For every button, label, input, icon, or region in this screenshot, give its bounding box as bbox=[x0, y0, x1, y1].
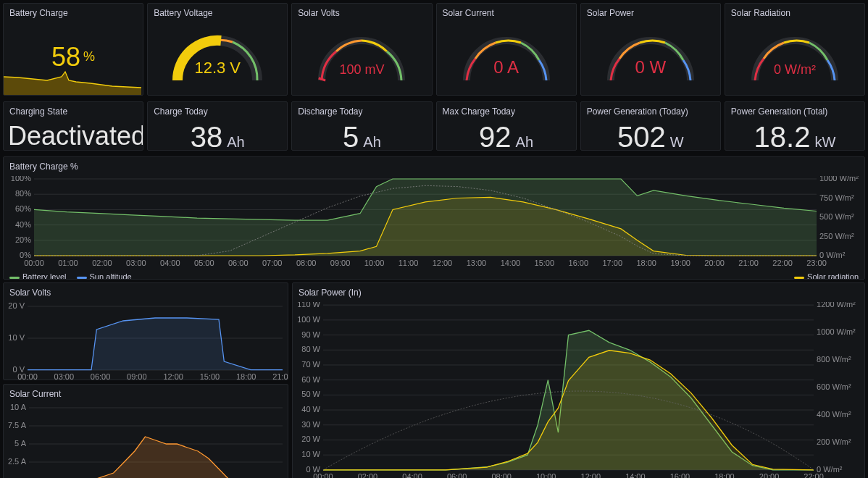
svg-text:02:00: 02:00 bbox=[92, 259, 112, 267]
svg-text:70 W: 70 W bbox=[301, 360, 320, 369]
svg-text:30 W: 30 W bbox=[301, 420, 320, 429]
svg-text:06:00: 06:00 bbox=[228, 259, 249, 267]
stat-value: 502 bbox=[617, 121, 666, 151]
panel-battery-voltage[interactable]: Battery Voltage 12.3 V bbox=[147, 3, 288, 96]
panel-battery-chart[interactable]: Battery Charge % 100%80%60%40%20%0%1000 … bbox=[3, 156, 865, 280]
svg-text:08:00: 08:00 bbox=[491, 472, 511, 478]
svg-text:110 W: 110 W bbox=[297, 302, 320, 309]
svg-text:80%: 80% bbox=[15, 189, 31, 198]
svg-text:21:00: 21:00 bbox=[738, 259, 759, 267]
panel-solar-volts-chart[interactable]: Solar Volts 20 V10 V0 V00:0003:0006:0009… bbox=[3, 282, 288, 380]
solar-power-value: 0 W bbox=[581, 57, 720, 77]
panel-title: Power Generation (Total) bbox=[725, 102, 864, 121]
panel-max-charge-today[interactable]: Max Charge Today 92Ah bbox=[436, 101, 577, 151]
gauge-arc bbox=[596, 22, 705, 88]
svg-text:22:00: 22:00 bbox=[772, 259, 793, 267]
panel-title: Battery Charge % bbox=[4, 157, 864, 176]
svg-text:22:00: 22:00 bbox=[804, 472, 823, 478]
svg-text:05:00: 05:00 bbox=[194, 259, 214, 267]
svg-text:60%: 60% bbox=[15, 204, 31, 213]
svg-text:12:00: 12:00 bbox=[433, 259, 453, 267]
svg-text:06:00: 06:00 bbox=[447, 472, 467, 478]
svg-text:13:00: 13:00 bbox=[467, 259, 487, 267]
svg-text:500 W/m²: 500 W/m² bbox=[819, 212, 854, 221]
panel-title: Max Charge Today bbox=[437, 102, 576, 121]
svg-text:18:00: 18:00 bbox=[714, 472, 734, 478]
svg-text:03:00: 03:00 bbox=[126, 259, 146, 267]
gauge-arc bbox=[163, 22, 272, 88]
svg-text:2.5 A: 2.5 A bbox=[8, 457, 27, 466]
panel-solar-power-chart[interactable]: Solar Power (In) 110 W100 W90 W80 W70 W6… bbox=[292, 282, 865, 478]
panel-power-gen-today[interactable]: Power Generation (Today) 502W bbox=[580, 101, 721, 151]
panel-battery-charge[interactable]: Battery Charge 58 % bbox=[3, 3, 143, 96]
svg-text:1000 W/m²: 1000 W/m² bbox=[817, 327, 856, 336]
svg-text:100%: 100% bbox=[11, 176, 31, 183]
svg-text:02:00: 02:00 bbox=[358, 472, 377, 478]
svg-text:20%: 20% bbox=[15, 235, 31, 244]
panel-solar-radiation[interactable]: Solar Radiation 0 W/m² bbox=[725, 3, 865, 96]
svg-text:200 W/m²: 200 W/m² bbox=[817, 437, 851, 446]
stat-unit: kW bbox=[814, 134, 835, 151]
svg-text:20 W: 20 W bbox=[301, 435, 320, 443]
svg-text:23:00: 23:00 bbox=[806, 259, 827, 267]
svg-text:01:00: 01:00 bbox=[58, 259, 78, 267]
legend-right: Solar radiation bbox=[788, 271, 864, 280]
svg-text:08:00: 08:00 bbox=[296, 259, 317, 267]
stat-unit: W bbox=[670, 134, 684, 151]
panel-title: Power Generation (Today) bbox=[581, 102, 720, 121]
svg-text:04:00: 04:00 bbox=[402, 472, 422, 478]
svg-text:7.5 A: 7.5 A bbox=[8, 421, 27, 429]
panel-title: Solar Power bbox=[581, 4, 720, 22]
svg-text:07:00: 07:00 bbox=[262, 259, 283, 267]
panel-title: Solar Current bbox=[437, 4, 576, 22]
svg-text:800 W/m²: 800 W/m² bbox=[817, 355, 851, 364]
svg-text:00:00: 00:00 bbox=[24, 259, 44, 267]
gauge-arc bbox=[307, 22, 416, 88]
svg-text:90 W: 90 W bbox=[301, 330, 320, 339]
stat-value: 92 bbox=[479, 121, 512, 151]
svg-text:12:00: 12:00 bbox=[163, 372, 183, 380]
svg-text:250 W/m²: 250 W/m² bbox=[819, 232, 854, 240]
svg-text:20:00: 20:00 bbox=[704, 259, 725, 267]
svg-text:60 W: 60 W bbox=[301, 375, 320, 384]
battery-chart-svg: 100%80%60%40%20%0%1000 W/m²750 W/m²500 W… bbox=[4, 176, 864, 269]
panel-solar-power[interactable]: Solar Power 0 W bbox=[580, 3, 721, 96]
panel-solar-current-chart[interactable]: Solar Current 10 A7.5 A5 A2.5 A bbox=[3, 384, 288, 478]
svg-text:10:00: 10:00 bbox=[536, 472, 556, 478]
battery-charge-sparkline bbox=[4, 66, 141, 95]
panel-title: Solar Current bbox=[4, 385, 288, 403]
svg-text:10 V: 10 V bbox=[8, 333, 25, 342]
panel-charging-state[interactable]: Charging State Deactivated bbox=[3, 101, 143, 151]
svg-text:40 W: 40 W bbox=[301, 405, 320, 414]
panel-title: Discharge Today bbox=[292, 102, 431, 121]
svg-text:00:00: 00:00 bbox=[313, 472, 333, 478]
panel-charge-today[interactable]: Charge Today 38Ah bbox=[147, 101, 288, 151]
svg-text:20:00: 20:00 bbox=[759, 472, 779, 478]
panel-solar-volts[interactable]: Solar Volts 100 mV bbox=[291, 3, 432, 96]
svg-text:600 W/m²: 600 W/m² bbox=[817, 382, 851, 391]
stat-value: 5 bbox=[343, 121, 359, 151]
charging-state-value: Deactivated bbox=[4, 121, 143, 151]
svg-text:5 A: 5 A bbox=[14, 439, 27, 448]
svg-text:09:00: 09:00 bbox=[127, 372, 147, 380]
svg-text:19:00: 19:00 bbox=[670, 259, 690, 267]
svg-text:00:00: 00:00 bbox=[17, 372, 38, 380]
panel-solar-current[interactable]: Solar Current 0 A bbox=[436, 3, 577, 96]
stat-value: 38 bbox=[191, 121, 223, 151]
panel-title: Battery Voltage bbox=[148, 4, 287, 22]
panel-discharge-today[interactable]: Discharge Today 5Ah bbox=[291, 101, 432, 151]
stat-unit: Ah bbox=[516, 134, 533, 151]
svg-text:03:00: 03:00 bbox=[54, 372, 75, 380]
svg-text:750 W/m²: 750 W/m² bbox=[819, 193, 854, 202]
svg-text:20 V: 20 V bbox=[8, 302, 25, 310]
svg-text:10 W: 10 W bbox=[301, 450, 320, 458]
solar-radiation-value: 0 W/m² bbox=[725, 62, 864, 77]
svg-text:1200 W/m²: 1200 W/m² bbox=[817, 302, 856, 309]
svg-text:14:00: 14:00 bbox=[625, 472, 645, 478]
panel-title: Solar Volts bbox=[4, 283, 288, 302]
svg-text:10 A: 10 A bbox=[10, 403, 27, 411]
panel-power-gen-total[interactable]: Power Generation (Total) 18.2kW bbox=[725, 101, 865, 151]
svg-text:06:00: 06:00 bbox=[91, 372, 111, 380]
panel-title: Battery Charge bbox=[4, 4, 143, 22]
solar-volts-chart-svg: 20 V10 V0 V00:0003:0006:0009:0012:0015:0… bbox=[4, 302, 288, 380]
